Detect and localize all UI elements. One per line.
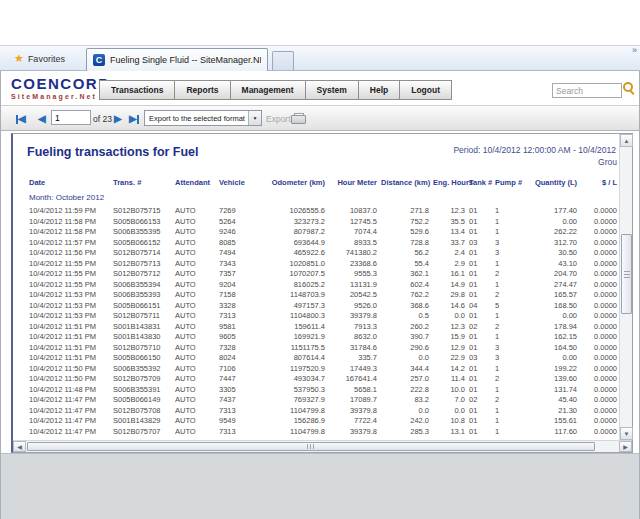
next-page-button[interactable]: ▶ xyxy=(114,113,122,125)
vertical-scroll-thumb[interactable] xyxy=(621,234,632,314)
cell: 10/4/2012 11:51 PM xyxy=(27,353,111,364)
cell: AUTO xyxy=(173,259,217,270)
print-report-icon[interactable] xyxy=(291,113,306,124)
cell: 10/4/2012 11:50 PM xyxy=(27,364,111,375)
cell: S006B355393 xyxy=(111,290,173,301)
previous-page-button[interactable]: ◀ xyxy=(38,113,46,125)
cell: 1 xyxy=(493,259,525,270)
last-page-button[interactable]: ▶ xyxy=(129,113,139,125)
cell: 493034.7 xyxy=(263,374,327,385)
cell: 0.0000 xyxy=(579,374,619,385)
cell: 0.0000 xyxy=(579,280,619,291)
cell: 2 xyxy=(493,322,525,333)
cell: 199.22 xyxy=(525,364,579,375)
cell: 5658.1 xyxy=(327,385,379,396)
search-icon[interactable] xyxy=(623,82,635,94)
cell: 9549 xyxy=(217,416,263,427)
new-tab-stub[interactable] xyxy=(272,51,294,70)
cell: 5 xyxy=(493,301,525,312)
search-input[interactable] xyxy=(552,83,622,98)
cell: 10/4/2012 11:56 PM xyxy=(27,248,111,259)
nav-item-help[interactable]: Help xyxy=(359,80,400,100)
cell: 12.3 xyxy=(431,206,467,217)
cell: 807614.4 xyxy=(263,353,327,364)
cell: AUTO xyxy=(173,385,217,396)
export-format-select[interactable]: Export to the selected format ▼ xyxy=(144,110,262,126)
horizontal-scrollbar[interactable]: ◀ ▶ xyxy=(13,440,632,452)
horizontal-scroll-thumb[interactable] xyxy=(27,442,595,451)
cell: 1104799.8 xyxy=(263,427,327,438)
nav-item-transactions[interactable]: Transactions xyxy=(99,80,175,100)
cell: 01 xyxy=(467,416,493,427)
scroll-right-icon[interactable]: ▶ xyxy=(619,441,632,452)
scroll-down-icon[interactable]: ▼ xyxy=(620,427,633,440)
transactions-table: DateTrans. #AttendantVehicleOdometer (km… xyxy=(27,176,619,437)
cell: 0.0000 xyxy=(579,343,619,354)
cell: 01 xyxy=(467,332,493,343)
cell: 01 xyxy=(467,406,493,417)
cell: 497157.3 xyxy=(263,301,327,312)
cell: 3 xyxy=(493,238,525,249)
cell: 139.60 xyxy=(525,374,579,385)
cell: 03 xyxy=(467,353,493,364)
cell: 10/4/2012 11:53 PM xyxy=(27,290,111,301)
cell: S012B075710 xyxy=(111,343,173,354)
cell: 7313 xyxy=(217,427,263,438)
page-count-label: of 23 xyxy=(93,114,112,124)
nav-item-reports[interactable]: Reports xyxy=(175,80,230,100)
scroll-left-icon[interactable]: ◀ xyxy=(13,441,26,452)
cell: AUTO xyxy=(173,322,217,333)
nav-item-system[interactable]: System xyxy=(306,80,359,100)
cell: 290.6 xyxy=(379,343,431,354)
vertical-scrollbar[interactable]: ▲ ▼ xyxy=(619,134,632,440)
cell: 162.15 xyxy=(525,332,579,343)
cell: S012B075713 xyxy=(111,259,173,270)
cell: 1151175.5 xyxy=(263,343,327,354)
browser-tab[interactable]: C Fueling Single Fluid -- SiteManager.NE… xyxy=(86,48,268,71)
cell: 165.57 xyxy=(525,290,579,301)
column-header: Odometer (km) xyxy=(263,176,327,192)
cell: 0.0 xyxy=(379,353,431,364)
cell: 178.94 xyxy=(525,322,579,333)
cell: AUTO xyxy=(173,301,217,312)
cell: S006B355392 xyxy=(111,364,173,375)
page-number-input[interactable] xyxy=(51,110,91,125)
cell: 7722.4 xyxy=(327,416,379,427)
cell: 0.00 xyxy=(525,217,579,228)
cell: 0.0000 xyxy=(579,311,619,322)
cell: 1020851.0 xyxy=(263,259,327,270)
first-page-button[interactable]: ◀ xyxy=(16,113,26,125)
table-row: 10/4/2012 11:51 PMS001B143830AUTO9605169… xyxy=(27,332,619,343)
export-button[interactable]: Export xyxy=(266,114,291,124)
table-row: 10/4/2012 11:48 PMS006B355391AUTO3305537… xyxy=(27,385,619,396)
cell: S012B075715 xyxy=(111,206,173,217)
cell: 0.0000 xyxy=(579,416,619,427)
cell: 335.7 xyxy=(327,353,379,364)
nav-item-logout[interactable]: Logout xyxy=(400,80,452,100)
cell: AUTO xyxy=(173,332,217,343)
cell: AUTO xyxy=(173,206,217,217)
nav-item-management[interactable]: Management xyxy=(231,80,306,100)
cell: S001B143831 xyxy=(111,322,173,333)
cell: AUTO xyxy=(173,248,217,259)
cell: 01 xyxy=(467,427,493,438)
cell: 1 xyxy=(493,332,525,343)
cell: 816025.2 xyxy=(263,280,327,291)
table-row: 10/4/2012 11:58 PMS005B066153AUTO5264323… xyxy=(27,217,619,228)
cell: 204.70 xyxy=(525,269,579,280)
cell: S001B143829 xyxy=(111,416,173,427)
cell: 9526.0 xyxy=(327,301,379,312)
cell: 39379.8 xyxy=(327,311,379,322)
more-toolbar-chevron-icon[interactable]: » xyxy=(632,45,637,55)
favorites-button[interactable]: ★ Favorites xyxy=(6,49,73,68)
cell: 1 xyxy=(493,364,525,375)
cell: 13131.9 xyxy=(327,280,379,291)
cell: 01 xyxy=(467,259,493,270)
cell: 529.6 xyxy=(379,227,431,238)
table-row: 10/4/2012 11:47 PMS012B075708AUTO7313110… xyxy=(27,406,619,417)
scroll-up-icon[interactable]: ▲ xyxy=(620,134,633,147)
cell: 2 xyxy=(493,374,525,385)
cell: 274.47 xyxy=(525,280,579,291)
column-header: Pump # xyxy=(493,176,525,192)
cell: S006B355394 xyxy=(111,280,173,291)
